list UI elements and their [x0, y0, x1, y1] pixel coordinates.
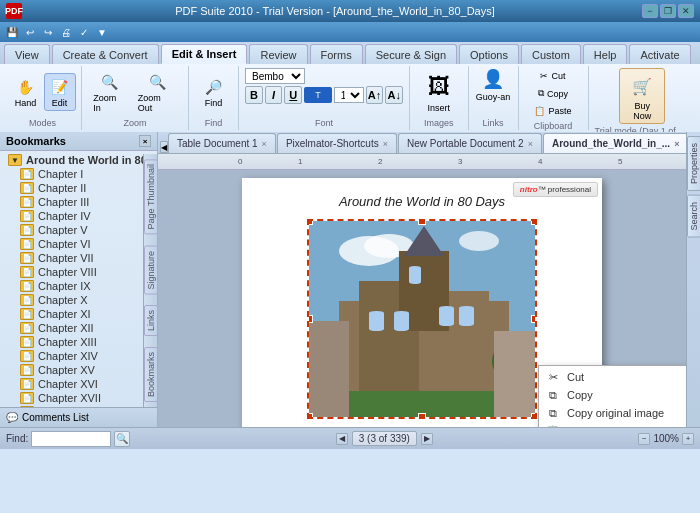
- panel-label-signature[interactable]: Signature: [144, 246, 158, 295]
- doc-tab-2[interactable]: Pixelmator-Shortcuts ×: [277, 133, 397, 153]
- svg-rect-20: [494, 331, 537, 419]
- sidebar-close-btn[interactable]: ×: [139, 135, 151, 147]
- bookmark-chapter-2[interactable]: 📄 Chapter II: [0, 181, 157, 195]
- chapter-icon-14: 📄: [20, 350, 34, 362]
- chapter-icon-11: 📄: [20, 308, 34, 320]
- bookmark-chapter-17[interactable]: 📄 Chapter XVII: [0, 391, 157, 405]
- handle-br[interactable]: [531, 413, 537, 419]
- paste-ribbon-button[interactable]: 📋 Paste: [529, 103, 576, 119]
- redo-quickbtn[interactable]: ↪: [40, 24, 56, 40]
- page-next-btn[interactable]: ▶: [421, 433, 433, 445]
- page-prev-btn[interactable]: ◀: [336, 433, 348, 445]
- panel-label-links[interactable]: Links: [144, 305, 158, 336]
- bookmark-chapter-11[interactable]: 📄 Chapter XI: [0, 307, 157, 321]
- chapter-icon-15: 📄: [20, 364, 34, 376]
- bookmark-chapter-14[interactable]: 📄 Chapter XIV: [0, 349, 157, 363]
- doc-tab-2-close[interactable]: ×: [383, 139, 388, 149]
- font-name-select[interactable]: Bembo: [245, 68, 305, 84]
- bold-button[interactable]: B: [245, 86, 263, 104]
- close-button[interactable]: ✕: [678, 4, 694, 18]
- bookmark-chapter-9[interactable]: 📄 Chapter IX: [0, 279, 157, 293]
- tab-create-convert[interactable]: Create & Convert: [52, 44, 159, 64]
- bookmark-chapter-6[interactable]: 📄 Chapter VI: [0, 237, 157, 251]
- undo-quickbtn[interactable]: ↩: [22, 24, 38, 40]
- check-quickbtn[interactable]: ✓: [76, 24, 92, 40]
- quick-access-toolbar: 💾 ↩ ↪ 🖨 ✓ ▼: [0, 22, 700, 42]
- selected-image-container[interactable]: [307, 219, 537, 419]
- dropdown-quickbtn[interactable]: ▼: [94, 24, 110, 40]
- handle-bm[interactable]: [418, 413, 426, 419]
- svg-rect-12: [439, 306, 454, 326]
- doc-tab-3[interactable]: New Portable Document 2 ×: [398, 133, 542, 153]
- bookmark-chapter-5[interactable]: 📄 Chapter V: [0, 223, 157, 237]
- handle-mr[interactable]: [531, 315, 537, 323]
- zoom-out-button[interactable]: 🔍 Zoom Out: [133, 68, 182, 116]
- bookmark-chapter-3[interactable]: 📄 Chapter III: [0, 195, 157, 209]
- font-size-select[interactable]: 12: [334, 87, 364, 103]
- handle-tm[interactable]: [418, 219, 426, 225]
- tab-view[interactable]: View: [4, 44, 50, 64]
- doc-tab-4-close[interactable]: ×: [674, 139, 679, 149]
- bookmark-chapter-10[interactable]: 📄 Chapter X: [0, 293, 157, 307]
- doc-tab-4[interactable]: Around_the_World_in_... ×: [543, 133, 686, 153]
- find-buttons: 🔎 Find: [198, 68, 230, 116]
- bookmark-chapter-13[interactable]: 📄 Chapter XIII: [0, 335, 157, 349]
- bookmark-chapter-12[interactable]: 📄 Chapter XII: [0, 321, 157, 335]
- tab-scroll-left[interactable]: ◀: [160, 141, 168, 153]
- zoom-out-status-btn[interactable]: −: [638, 433, 650, 445]
- handle-tr[interactable]: [531, 219, 537, 225]
- restore-button[interactable]: ❐: [660, 4, 676, 18]
- comments-list-btn[interactable]: 💬 Comments List: [0, 407, 157, 427]
- tab-custom[interactable]: Custom: [521, 44, 581, 64]
- insert-image-button[interactable]: 🖼 Insert: [416, 68, 462, 116]
- chapter-icon-9: 📄: [20, 280, 34, 292]
- tab-secure-sign[interactable]: Secure & Sign: [365, 44, 457, 64]
- bookmark-chapter-16[interactable]: 📄 Chapter XVI: [0, 377, 157, 391]
- save-quickbtn[interactable]: 💾: [4, 24, 20, 40]
- print-quickbtn[interactable]: 🖨: [58, 24, 74, 40]
- bookmark-top-item[interactable]: ▼ Around the World in 80: [0, 153, 157, 167]
- zoom-in-status-btn[interactable]: +: [682, 433, 694, 445]
- bookmark-chapter-4[interactable]: 📄 Chapter IV: [0, 209, 157, 223]
- copy-ribbon-button[interactable]: ⧉ Copy: [533, 85, 573, 102]
- bookmark-chapter-15[interactable]: 📄 Chapter XV: [0, 363, 157, 377]
- tab-forms[interactable]: Forms: [310, 44, 363, 64]
- handle-tl[interactable]: [307, 219, 313, 225]
- cut-ribbon-button[interactable]: ✂ Cut: [535, 68, 570, 84]
- panel-label-page-thumbnail[interactable]: Page Thumbnail: [144, 159, 158, 234]
- increase-size-button[interactable]: A↑: [366, 86, 384, 104]
- bookmark-chapter-1[interactable]: 📄 Chapter I: [0, 167, 157, 181]
- edit-tool-button[interactable]: 📝 Edit: [44, 73, 76, 111]
- text-style-btn[interactable]: T: [304, 87, 331, 103]
- decrease-size-button[interactable]: A↓: [385, 86, 403, 104]
- bookmark-chapter-7[interactable]: 📄 Chapter VII: [0, 251, 157, 265]
- right-panel-tab-properties[interactable]: Properties: [687, 136, 701, 191]
- tab-edit-insert[interactable]: Edit & Insert: [161, 44, 248, 64]
- tab-help[interactable]: Help: [583, 44, 628, 64]
- minimize-button[interactable]: −: [642, 4, 658, 18]
- tab-review[interactable]: Review: [249, 44, 307, 64]
- find-button[interactable]: 🔎 Find: [198, 73, 230, 111]
- find-input[interactable]: [31, 431, 111, 447]
- doc-tab-1[interactable]: Table Document 1 ×: [168, 133, 276, 153]
- tab-activate[interactable]: Activate: [629, 44, 690, 64]
- underline-button[interactable]: U: [284, 86, 302, 104]
- panel-label-bookmarks[interactable]: Bookmarks: [144, 347, 158, 402]
- bookmark-chapter-8[interactable]: 📄 Chapter VIII: [0, 265, 157, 279]
- right-panel-tab-search[interactable]: Search: [687, 195, 701, 238]
- handle-ml[interactable]: [307, 315, 313, 323]
- buy-icon: 🛒: [626, 71, 658, 101]
- find-search-btn[interactable]: 🔍: [114, 431, 130, 447]
- italic-button[interactable]: I: [265, 86, 283, 104]
- hand-tool-button[interactable]: ✋ Hand: [10, 73, 42, 111]
- zoom-in-button[interactable]: 🔍 Zoom In: [88, 68, 130, 116]
- doc-tab-1-close[interactable]: ×: [262, 139, 267, 149]
- tab-options[interactable]: Options: [459, 44, 519, 64]
- buy-now-button[interactable]: 🛒 Buy Now: [619, 68, 665, 124]
- doc-tab-3-close[interactable]: ×: [528, 139, 533, 149]
- ctx-copy[interactable]: ⧉Copy: [539, 386, 686, 404]
- ribbon-group-find: 🔎 Find Find: [189, 66, 239, 130]
- ctx-cut[interactable]: ✂Cut: [539, 368, 686, 386]
- handle-bl[interactable]: [307, 413, 313, 419]
- ctx-copy-original[interactable]: ⧉Copy original image: [539, 404, 686, 422]
